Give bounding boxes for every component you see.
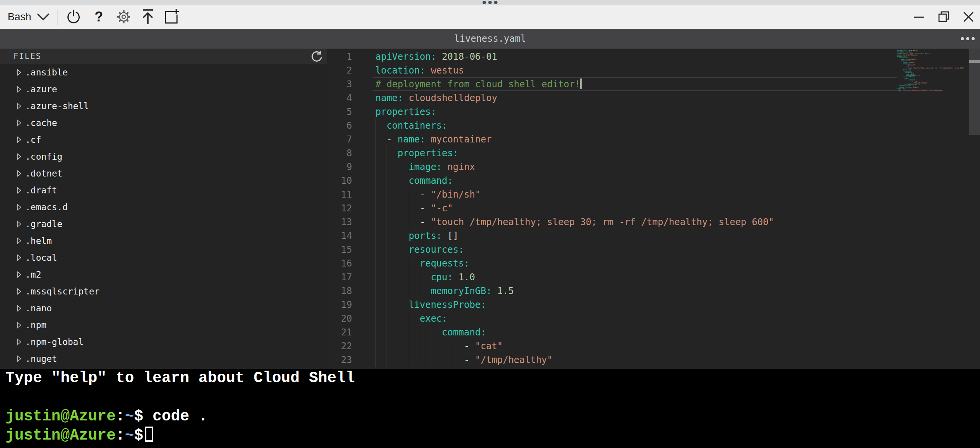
terminal-line-2 <box>0 388 980 407</box>
restore-button[interactable] <box>936 5 952 29</box>
code-line-1[interactable]: 1apiVersion: 2018-06-01 <box>327 50 980 64</box>
chevron-right-icon <box>17 288 21 295</box>
code-line-10[interactable]: 10command: <box>327 174 980 188</box>
overview-ruler-cursor-marker <box>969 60 980 63</box>
gear-icon[interactable] <box>115 5 132 29</box>
power-icon[interactable] <box>65 5 82 29</box>
tree-item-label: .npm <box>25 320 46 330</box>
toolbar-divider <box>57 10 57 25</box>
help-icon[interactable]: ? <box>90 5 107 29</box>
tree-item-helm[interactable]: .helm <box>0 232 327 249</box>
tree-item-label: .cache <box>25 118 57 128</box>
chevron-right-icon <box>17 237 21 244</box>
tree-item-ansible[interactable]: .ansible <box>0 64 327 81</box>
file-explorer-header: FILES <box>0 49 327 64</box>
tree-item-label: .emacs.d <box>25 202 68 212</box>
tree-item-mssqlscripter[interactable]: .mssqlscripter <box>0 283 327 300</box>
code-line-2[interactable]: 2location: westus <box>327 64 980 77</box>
tree-item-draft[interactable]: .draft <box>0 182 327 199</box>
tree-item-m2[interactable]: .m2 <box>0 266 327 283</box>
code-line-5[interactable]: 5properties: <box>327 105 980 119</box>
new-file-icon[interactable] <box>163 5 180 29</box>
shell-selector[interactable]: Bash <box>8 5 31 29</box>
code-line-7[interactable]: 7- name: mycontainer <box>327 132 980 146</box>
file-tree: .ansible.azure.azure-shell.cache.cf.conf… <box>0 64 327 367</box>
code-line-19[interactable]: 19livenessProbe: <box>327 298 980 312</box>
line-number: 9 <box>327 160 352 174</box>
window-drag-strip[interactable] <box>0 0 980 5</box>
open-file-title: liveness.yaml <box>0 29 980 49</box>
chevron-right-icon <box>17 271 21 278</box>
code-line-14[interactable]: 14ports: [] <box>327 229 980 243</box>
code-line-23[interactable]: 23- "/tmp/healthy" <box>327 353 980 367</box>
upload-icon[interactable] <box>139 5 156 29</box>
editor-title-bar: liveness.yaml <box>0 29 980 49</box>
chevron-right-icon <box>17 204 21 211</box>
tree-item-emacs-d[interactable]: .emacs.d <box>0 199 327 216</box>
tree-item-nano[interactable]: .nano <box>0 300 327 317</box>
code-line-12[interactable]: 12- "-c" <box>327 201 980 215</box>
chevron-right-icon <box>17 338 21 345</box>
code-line-13[interactable]: 13- "touch /tmp/healthy; sleep 30; rm -r… <box>327 215 980 229</box>
tree-item-label: .draft <box>25 185 57 195</box>
text-cursor <box>580 78 582 89</box>
tree-item-cache[interactable]: .cache <box>0 114 327 131</box>
code-line-8[interactable]: 8properties: <box>327 146 980 160</box>
tree-item-label: .azure <box>25 84 57 94</box>
line-number: 10 <box>327 174 352 188</box>
tree-item-azure[interactable]: .azure <box>0 81 327 98</box>
chevron-right-icon <box>17 119 21 126</box>
tree-item-nuget[interactable]: .nuget <box>0 350 327 367</box>
line-number: 14 <box>327 229 352 243</box>
chevron-right-icon <box>17 103 21 110</box>
line-number: 12 <box>327 201 352 215</box>
code-line-16[interactable]: 16requests: <box>327 257 980 270</box>
code-line-21[interactable]: 21command: <box>327 325 980 339</box>
code-line-15[interactable]: 15resources: <box>327 243 980 257</box>
close-button[interactable] <box>960 5 977 29</box>
drag-handle-dots-icon <box>483 1 498 4</box>
chevron-right-icon <box>17 69 21 76</box>
code-editor[interactable]: 1apiVersion: 2018-06-012location: westus… <box>327 49 980 369</box>
tree-item-cf[interactable]: .cf <box>0 131 327 148</box>
editor-more-actions-icon[interactable] <box>959 29 977 49</box>
tree-item-label: .m2 <box>25 270 41 280</box>
tree-item-local[interactable]: .local <box>0 249 327 266</box>
code-line-4[interactable]: 4name: cloudshelldeploy <box>327 91 980 105</box>
code-line-6[interactable]: 6containers: <box>327 119 980 132</box>
chevron-right-icon <box>17 153 21 160</box>
line-number: 1 <box>327 50 352 64</box>
terminal[interactable]: Type "help" to learn about Cloud Shellju… <box>0 369 980 448</box>
line-number: 18 <box>327 284 352 298</box>
refresh-icon[interactable] <box>310 50 323 63</box>
files-heading: FILES <box>13 49 41 64</box>
code-line-17[interactable]: 17cpu: 1.0 <box>327 270 980 284</box>
line-number: 13 <box>327 215 352 229</box>
code-line-18[interactable]: 18memoryInGB: 1.5 <box>327 284 980 298</box>
code-line-22[interactable]: 22- "cat" <box>327 339 980 353</box>
code-line-9[interactable]: 9image: nginx <box>327 160 980 174</box>
tree-item-config[interactable]: .config <box>0 148 327 165</box>
line-number: 20 <box>327 312 352 325</box>
minimap[interactable]: apiVersion: 2018-06-01location: westus# … <box>897 50 964 91</box>
chevron-right-icon <box>17 170 21 177</box>
tree-item-label: .helm <box>25 236 52 246</box>
tree-item-npm[interactable]: .npm <box>0 317 327 334</box>
line-number: 21 <box>327 325 352 339</box>
file-explorer-sidebar: FILES .ansible.azure.azure-shell.cache.c… <box>0 49 327 369</box>
code-line-3[interactable]: 3# deployment from cloud shell editor! <box>327 77 980 91</box>
tree-item-label: .cf <box>25 135 41 145</box>
tree-item-azure-shell[interactable]: .azure-shell <box>0 98 327 114</box>
line-number: 15 <box>327 243 352 257</box>
chevron-right-icon <box>17 187 21 194</box>
line-number: 17 <box>327 270 352 284</box>
chevron-down-icon[interactable] <box>37 5 50 29</box>
code-line-11[interactable]: 11- "/bin/sh" <box>327 188 980 201</box>
line-number: 19 <box>327 298 352 312</box>
tree-item-dotnet[interactable]: .dotnet <box>0 165 327 182</box>
code-line-20[interactable]: 20exec: <box>327 312 980 325</box>
minimize-button[interactable] <box>911 5 928 29</box>
line-number: 4 <box>327 91 352 105</box>
tree-item-npm-global[interactable]: .npm-global <box>0 334 327 350</box>
tree-item-gradle[interactable]: .gradle <box>0 216 327 232</box>
